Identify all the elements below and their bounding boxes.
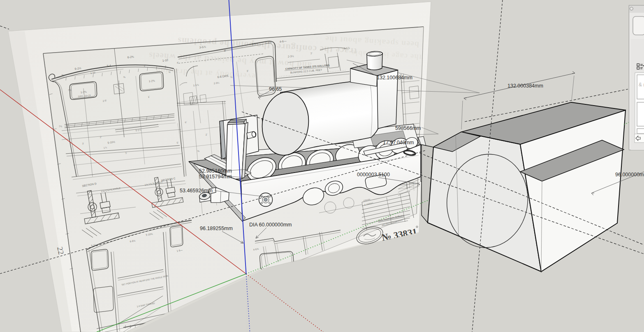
svg-text:52.985160mm: 52.985160mm bbox=[199, 168, 232, 174]
svg-text:53.915794mm: 53.915794mm bbox=[199, 174, 232, 180]
svg-text:0000003.5100: 0000003.5100 bbox=[357, 172, 390, 178]
svg-text:17.97 040mm: 17.97 040mm bbox=[383, 140, 414, 145]
svg-text:598566mm: 598566mm bbox=[395, 125, 421, 131]
svg-text:96.189255mm: 96.189255mm bbox=[200, 226, 233, 231]
svg-text:132.000384mm: 132.000384mm bbox=[507, 83, 543, 89]
svg-text:53.465926mm: 53.465926mm bbox=[180, 188, 213, 194]
svg-text:96.65: 96.65 bbox=[269, 86, 282, 92]
svg-text:132.100684mm: 132.100684mm bbox=[377, 75, 412, 81]
svg-text:& (: & ( bbox=[639, 82, 644, 88]
svg-text:96.000000mm: 96.000000mm bbox=[615, 172, 644, 178]
svg-text:DIA 60.000000mm: DIA 60.000000mm bbox=[249, 222, 292, 228]
svg-text:7½: 7½ bbox=[67, 89, 71, 92]
